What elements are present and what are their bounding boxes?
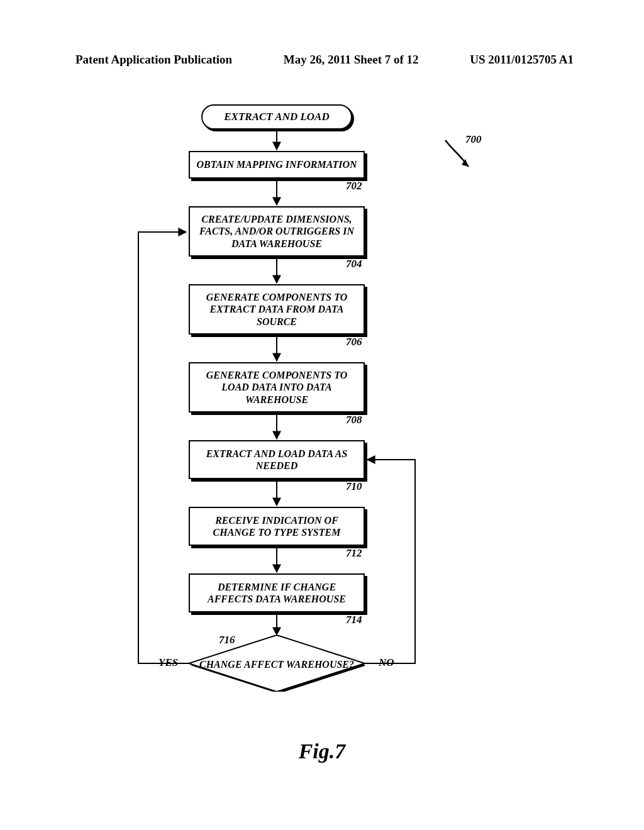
- ref-label-716: 716: [219, 634, 235, 646]
- decision-716-text: CHANGE AFFECT WAREHOUSE?: [189, 635, 365, 692]
- header-right: US 2011/0125705 A1: [470, 53, 574, 67]
- ref-label-706: 706: [346, 336, 362, 348]
- header-left: Patent Application Publication: [75, 53, 232, 67]
- decision-716: CHANGE AFFECT WAREHOUSE?: [189, 635, 365, 692]
- step-714-text: DETERMINE IF CHANGE AFFECTS DATA WAREHOU…: [196, 581, 357, 605]
- ref-label-708: 708: [346, 414, 362, 426]
- terminator-start: EXTRACT AND LOAD: [201, 104, 352, 130]
- ref-label-714: 714: [346, 614, 362, 626]
- step-712-text: RECEIVE INDICATION OF CHANGE TO TYPE SYS…: [196, 514, 357, 538]
- decision-yes-label: YES: [158, 656, 178, 669]
- decision-no-label: NO: [379, 656, 394, 669]
- step-706-text: GENERATE COMPONENTS TO EXTRACT DATA FROM…: [196, 291, 357, 328]
- step-704-text: CREATE/UPDATE DIMENSIONS, FACTS, AND/OR …: [196, 213, 357, 250]
- step-708-text: GENERATE COMPONENTS TO LOAD DATA INTO DA…: [196, 369, 357, 406]
- step-714: DETERMINE IF CHANGE AFFECTS DATA WAREHOU…: [189, 573, 365, 612]
- step-710: EXTRACT AND LOAD DATA AS NEEDED: [189, 440, 365, 479]
- terminator-label: EXTRACT AND LOAD: [224, 111, 330, 123]
- step-710-text: EXTRACT AND LOAD DATA AS NEEDED: [196, 448, 357, 472]
- flowchart: EXTRACT AND LOAD OBTAIN MAPPING INFORMAT…: [151, 101, 503, 736]
- ref-label-710: 710: [346, 480, 362, 493]
- step-702-text: OBTAIN MAPPING INFORMATION: [196, 158, 357, 170]
- step-712: RECEIVE INDICATION OF CHANGE TO TYPE SYS…: [189, 507, 365, 546]
- ref-label-702: 702: [346, 180, 362, 192]
- ref-label-704: 704: [346, 258, 362, 270]
- step-708: GENERATE COMPONENTS TO LOAD DATA INTO DA…: [189, 362, 365, 412]
- ref-label-712: 712: [346, 547, 362, 560]
- step-706: GENERATE COMPONENTS TO EXTRACT DATA FROM…: [189, 284, 365, 335]
- figure-caption: Fig.7: [0, 739, 644, 763]
- page-header: Patent Application Publication May 26, 2…: [0, 53, 644, 67]
- step-704: CREATE/UPDATE DIMENSIONS, FACTS, AND/OR …: [189, 206, 365, 257]
- step-702: OBTAIN MAPPING INFORMATION: [189, 151, 365, 179]
- header-center: May 26, 2011 Sheet 7 of 12: [284, 53, 419, 67]
